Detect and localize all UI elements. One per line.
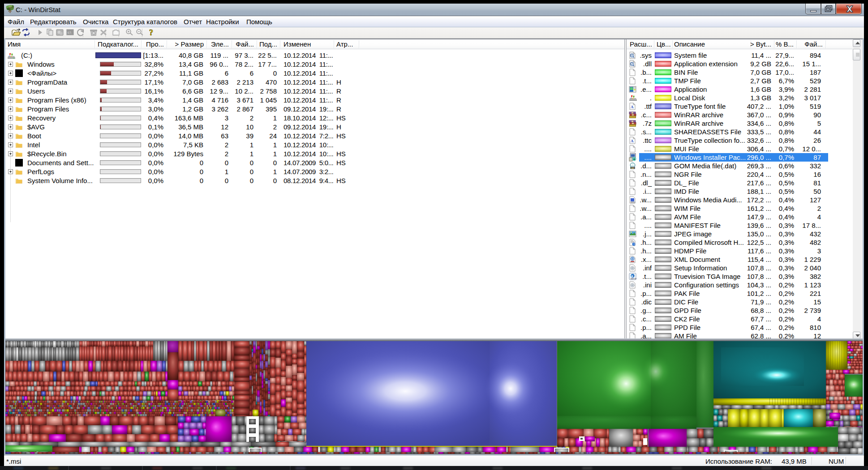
svg-text:TARGA: TARGA [630, 278, 636, 280]
svg-text:a: a [632, 274, 633, 278]
svg-text:DAT: DAT [631, 167, 635, 169]
svg-text:A: A [631, 139, 634, 143]
svg-text:A: A [631, 105, 634, 109]
svg-text:c:\: c:\ [68, 30, 72, 34]
svg-text:WMV: WMV [631, 201, 636, 204]
svg-text:?: ? [149, 28, 153, 37]
